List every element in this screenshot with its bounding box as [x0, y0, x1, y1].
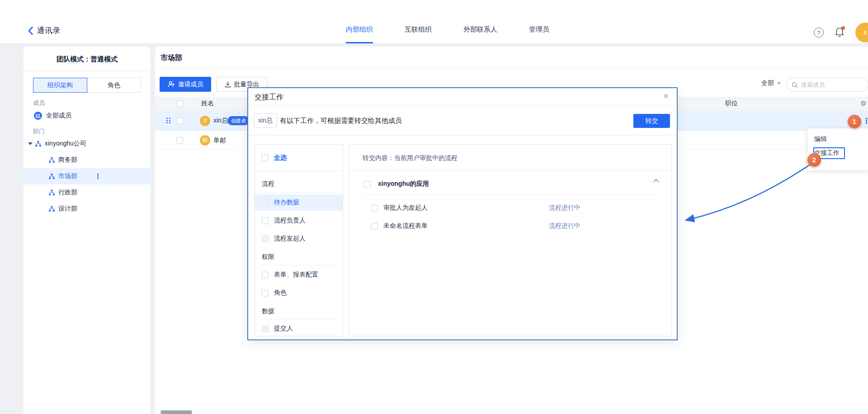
tab-linked-org[interactable]: 互联组织 — [405, 23, 432, 43]
tree-node-dept-admin[interactable]: 行政部 — [24, 184, 151, 201]
company-label: xinyonghu公司 — [45, 140, 86, 148]
invite-person-icon — [168, 81, 175, 88]
row-checkbox[interactable] — [176, 118, 183, 124]
avatar: X — [200, 116, 210, 126]
category-item-todo[interactable]: 待办数据 — [255, 194, 343, 211]
annotation-step-2: 2 — [807, 153, 821, 167]
category-item-submitter[interactable]: 提交人 — [255, 320, 343, 337]
collapse-caret-icon[interactable]: ^ — [653, 178, 659, 185]
tab-admin[interactable]: 管理员 — [529, 23, 549, 43]
dept-label: 行政部 — [58, 188, 77, 197]
drag-handle-icon[interactable] — [166, 118, 170, 124]
tab-roles[interactable]: 角色 — [87, 78, 141, 93]
select-all-row[interactable]: 全选 — [255, 150, 343, 166]
tab-external-contacts[interactable]: 外部联系人 — [463, 23, 497, 43]
group-label-departments: 部门 — [33, 127, 151, 136]
work-category-panel: 全选 流程 待办数据 流程负责人 流程发起人 权限 表单、报表配置 — [255, 144, 343, 336]
checkbox[interactable] — [262, 155, 269, 161]
process-item-label: 未命名流程表单 — [383, 222, 428, 230]
gear-icon[interactable]: ⚙ — [860, 99, 866, 108]
modal-title: 交接工作 — [255, 93, 283, 102]
tree-node-dept-business[interactable]: 商务部 — [24, 152, 151, 168]
sidebar: 团队模式：普通模式 组织架构 角色 成员 全部成员 部门 xinyonghu公司… — [24, 47, 151, 414]
tree-node-company[interactable]: xinyonghu公司 — [24, 136, 151, 152]
checkbox[interactable] — [262, 235, 269, 242]
category-item-process-initiator[interactable]: 流程发起人 — [255, 231, 343, 247]
org-icon — [49, 157, 55, 163]
section-label-process: 流程 — [262, 180, 274, 188]
category-label: 提交人 — [274, 325, 293, 333]
process-item-row[interactable]: 未命名流程表单 流程进行中 — [349, 219, 671, 233]
checkbox[interactable] — [364, 181, 371, 188]
member-name: xin总 — [213, 117, 228, 125]
app-group-row[interactable]: xinyonghu的应用 — [349, 175, 671, 193]
back-button[interactable]: 通讯录 — [28, 25, 60, 36]
subject-tag: xin总 — [254, 113, 277, 128]
search-box[interactable] — [786, 78, 868, 92]
top-tabs: 内部组织 互联组织 外部联系人 管理员 — [346, 23, 549, 43]
section-label-data: 数据 — [262, 307, 274, 315]
checkbox[interactable] — [371, 205, 378, 212]
topbar-actions: ? x — [814, 23, 868, 42]
checkbox[interactable] — [262, 325, 269, 332]
divider — [262, 193, 336, 193]
checkbox[interactable] — [262, 217, 269, 224]
help-icon[interactable]: ? — [814, 28, 824, 38]
category-label: 待办数据 — [274, 198, 299, 207]
org-icon — [49, 174, 55, 179]
divider — [262, 265, 336, 265]
transfer-content-panel: 转交内容：当前用户审批中的流程 xinyonghu的应用 ^ 审批人为发起人 流… — [349, 144, 672, 336]
notification-dot — [841, 26, 845, 30]
org-icon — [49, 206, 55, 212]
handover-work-modal: 交接工作 ✕ xin总 有以下工作，可根据需要转交给其他成员 转交 全选 流程 … — [247, 87, 678, 340]
checkbox[interactable] — [262, 272, 269, 278]
divider — [24, 71, 151, 72]
bell-icon[interactable] — [835, 27, 844, 38]
close-icon[interactable]: ✕ — [663, 92, 669, 100]
checkbox[interactable] — [262, 199, 269, 206]
annotation-step-1: 1 — [848, 115, 861, 128]
dept-page-title: 市场部 — [160, 53, 182, 63]
tree-node-dept-market[interactable]: 市场部 ⋮ — [24, 168, 151, 184]
sidebar-item-all-members[interactable]: 全部成员 — [24, 107, 151, 124]
sidebar-tabs: 组织架构 角色 — [33, 78, 141, 93]
process-item-label: 审批人为发起人 — [383, 204, 428, 212]
column-header-position: 职位 — [725, 99, 738, 108]
divider — [349, 170, 671, 170]
dept-label: 设计部 — [58, 205, 77, 213]
process-status: 流程进行中 — [549, 222, 580, 230]
topbar: 通讯录 内部组织 互联组织 外部联系人 管理员 ? x — [0, 0, 868, 44]
org-icon — [49, 190, 55, 196]
divider — [262, 319, 336, 320]
category-label: 表单、报表配置 — [274, 271, 318, 279]
app-group-name: xinyonghu的应用 — [378, 180, 429, 188]
user-avatar[interactable]: x — [855, 23, 868, 42]
category-label: 流程负责人 — [274, 216, 306, 225]
more-vertical-icon[interactable]: ⋮ — [94, 172, 101, 180]
transfer-button[interactable]: 转交 — [633, 114, 670, 128]
process-item-row[interactable]: 审批人为发起人 流程进行中 — [349, 201, 671, 215]
search-icon — [792, 82, 798, 88]
category-item-process-owner[interactable]: 流程负责人 — [255, 212, 343, 229]
filter-dropdown[interactable]: 全部 — [761, 79, 781, 87]
invite-member-button[interactable]: 邀请成员 — [160, 77, 211, 92]
filter-value: 全部 — [761, 79, 774, 87]
select-all-checkbox[interactable] — [176, 100, 183, 107]
row-checkbox[interactable] — [176, 137, 183, 144]
tree-node-dept-design[interactable]: 设计部 — [24, 201, 151, 217]
category-item-role[interactable]: 角色 — [255, 285, 343, 301]
member-name: 单邮 — [213, 136, 226, 145]
checkbox[interactable] — [262, 290, 269, 296]
search-input[interactable] — [801, 81, 855, 88]
tab-org-structure[interactable]: 组织架构 — [33, 78, 87, 93]
back-chevron-icon — [28, 27, 33, 35]
horizontal-scrollbar[interactable] — [160, 410, 192, 414]
category-label: 流程发起人 — [274, 235, 306, 243]
column-header-name: 姓名 — [201, 99, 214, 108]
tab-internal-org[interactable]: 内部组织 — [346, 23, 373, 43]
menu-item-edit[interactable]: 编辑 — [814, 135, 827, 143]
download-icon — [225, 81, 231, 88]
category-item-form-report[interactable]: 表单、报表配置 — [255, 267, 343, 283]
caret-down-icon[interactable] — [28, 142, 33, 145]
checkbox[interactable] — [371, 223, 378, 230]
